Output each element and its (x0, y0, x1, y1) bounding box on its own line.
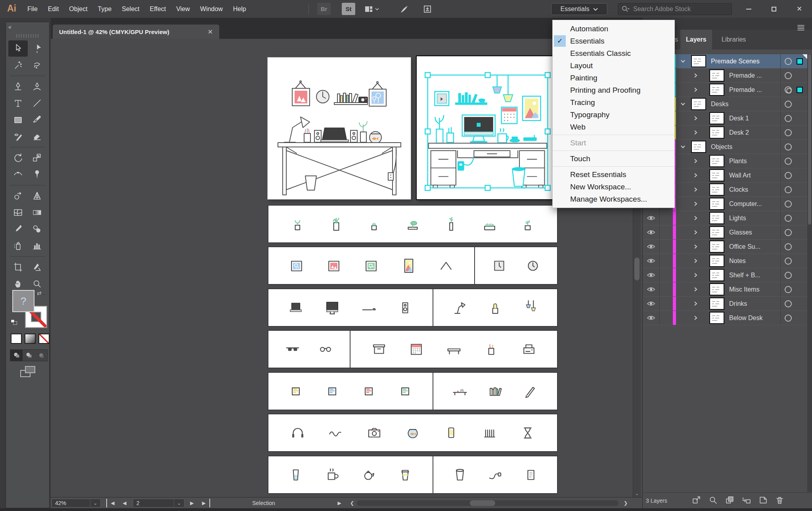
bridge-button[interactable]: Br (317, 3, 331, 15)
data-recovery-button[interactable] (420, 3, 435, 15)
layer-thumbnail[interactable] (691, 98, 706, 110)
layer-name[interactable]: Premade ... (729, 83, 762, 97)
layer-row-glasses[interactable]: Glasses (643, 225, 808, 240)
picture-red-object[interactable] (325, 257, 343, 275)
desk-calendar-object[interactable] (407, 340, 425, 358)
menu-help[interactable]: Help (228, 6, 251, 13)
workspace-menu-item-manage-workspaces[interactable]: Manage Workspaces... (553, 193, 674, 205)
target-indicator[interactable] (785, 229, 792, 236)
file-box-object[interactable] (370, 340, 388, 358)
shape-builder-tool[interactable] (8, 188, 28, 204)
printer-object[interactable] (520, 340, 538, 358)
desk-organizer-object[interactable] (481, 424, 499, 442)
layer-name[interactable]: Below Desk (729, 311, 762, 325)
layer-name[interactable]: Desk 2 (729, 126, 749, 140)
symbol-sprayer-tool[interactable] (8, 238, 28, 254)
headphones-object[interactable] (289, 424, 307, 442)
layer-thumbnail[interactable] (709, 269, 724, 281)
workspace-menu-item-start[interactable]: Start (553, 137, 674, 149)
expand-toggle[interactable] (693, 72, 699, 78)
workspace-menu-item-web[interactable]: Web (553, 121, 674, 133)
target-indicator[interactable] (785, 215, 792, 222)
trash-bin-object[interactable] (451, 466, 469, 484)
eyedropper-tool[interactable] (8, 221, 28, 237)
target-indicator[interactable] (785, 257, 792, 265)
hand-tool[interactable] (8, 276, 28, 292)
layer-thumbnail[interactable] (709, 169, 724, 181)
library-artboard[interactable] (433, 456, 558, 494)
expand-toggle[interactable] (693, 315, 699, 321)
target-indicator[interactable] (785, 143, 792, 151)
layer-name[interactable]: Wall Art (729, 168, 751, 183)
new-sublayer-button[interactable] (742, 496, 751, 506)
expand-toggle[interactable] (693, 172, 699, 178)
make-clipping-mask-button[interactable] (725, 496, 734, 506)
visibility-toggle[interactable] (643, 211, 659, 225)
library-artboard[interactable] (474, 246, 558, 285)
target-indicator[interactable] (785, 129, 792, 136)
sunglasses-object[interactable] (283, 340, 302, 358)
layer-name[interactable]: Plants (729, 154, 747, 168)
fill-swatch[interactable]: ? (12, 290, 34, 312)
layer-name[interactable]: Lights (729, 211, 746, 225)
collect-for-export-button[interactable] (692, 496, 701, 506)
library-artboard[interactable] (268, 414, 558, 452)
expand-toggle[interactable] (693, 187, 699, 193)
panel-grip[interactable] (16, 34, 39, 38)
layer-thumbnail[interactable] (691, 55, 706, 67)
layer-thumbnail[interactable] (709, 69, 724, 82)
layer-thumbnail[interactable] (709, 183, 724, 196)
camera-object[interactable] (365, 424, 383, 442)
layer-name[interactable]: Glasses (729, 225, 752, 240)
rectangle-tool[interactable] (8, 112, 28, 128)
library-artboard[interactable] (433, 288, 558, 327)
magic-wand-tool[interactable] (8, 57, 28, 73)
target-indicator[interactable] (785, 286, 792, 293)
expand-toggle[interactable] (680, 144, 686, 150)
column-graph-tool[interactable] (28, 238, 47, 254)
picture-blue-object[interactable] (287, 257, 306, 275)
menu-effect[interactable]: Effect (145, 6, 171, 13)
target-indicator[interactable] (785, 58, 792, 65)
direct-selection-tool[interactable] (28, 40, 47, 57)
layer-row-shelf-b[interactable]: Shelf + B... (643, 268, 808, 282)
layer-row-notes[interactable]: Notes (643, 254, 808, 268)
layer-thumbnail[interactable] (709, 283, 724, 296)
gradient-tool[interactable] (28, 204, 47, 221)
expand-toggle[interactable] (693, 272, 699, 278)
color-button[interactable] (11, 334, 22, 344)
document-tab[interactable]: Untitled-1 @ 42% (CMYK/GPU Preview) ✕ (53, 25, 219, 39)
visibility-toggle[interactable] (643, 282, 659, 296)
target-indicator[interactable] (785, 200, 792, 208)
layer-name[interactable]: Clocks (729, 183, 748, 197)
bonsai-object[interactable] (404, 215, 422, 233)
pen-tool[interactable] (8, 78, 28, 95)
blend-tool[interactable] (28, 221, 47, 237)
scrollbar-thumb[interactable] (808, 54, 811, 225)
layer-row-office-su[interactable]: Office Su... (643, 240, 808, 254)
scale-tool[interactable] (28, 150, 47, 166)
tab-layers[interactable]: Layers (680, 30, 712, 50)
speaker-object[interactable] (396, 299, 414, 317)
pen-object[interactable] (522, 382, 540, 400)
notepad-object[interactable] (522, 466, 540, 484)
target-indicator[interactable] (785, 315, 792, 322)
desk-lamp-object[interactable] (451, 299, 469, 317)
expand-toggle[interactable] (680, 101, 686, 107)
target-indicator[interactable] (785, 158, 792, 165)
pencil-cup-object[interactable] (482, 340, 500, 358)
share-button[interactable] (397, 3, 412, 15)
library-artboard[interactable] (350, 330, 558, 368)
tab-libraries[interactable]: Libraries (716, 30, 751, 50)
library-artboard[interactable] (268, 372, 433, 410)
layer-thumbnail[interactable] (709, 198, 724, 210)
mountain-outline-object[interactable] (437, 257, 455, 275)
close-button[interactable]: ✕ (787, 0, 812, 18)
minimize-button[interactable] (736, 0, 761, 18)
panel-menu-icon[interactable] (797, 23, 805, 32)
new-layer-button[interactable] (758, 496, 768, 506)
visibility-toggle[interactable] (643, 240, 659, 254)
draw-normal-button[interactable] (10, 350, 23, 361)
scroll-right-icon[interactable]: ❯ (620, 499, 631, 507)
menu-edit[interactable]: Edit (43, 6, 64, 13)
